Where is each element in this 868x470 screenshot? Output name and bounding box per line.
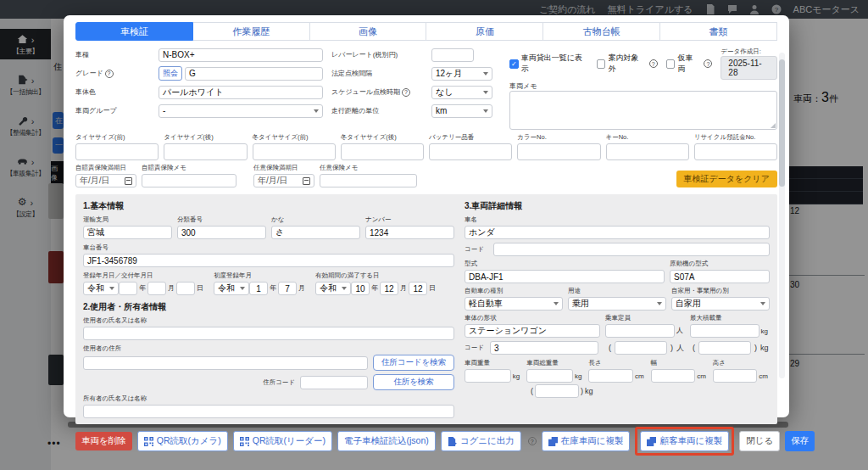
car-name-input[interactable]: ホンダ xyxy=(465,226,770,239)
reg-era-select[interactable]: 令和 xyxy=(83,282,119,295)
tire-rear-input[interactable] xyxy=(164,143,247,160)
capacity-input[interactable] xyxy=(605,324,675,338)
reg-month-input[interactable] xyxy=(147,282,166,295)
distance-unit-select[interactable]: km xyxy=(431,104,492,118)
user-name-label: 使用者の氏名又は名称 xyxy=(83,316,454,325)
schedule-select[interactable]: なし xyxy=(431,86,492,99)
grade-lookup-button[interactable]: 照会 xyxy=(159,66,182,81)
help-icon[interactable] xyxy=(105,70,114,78)
qr-camera-button[interactable]: QR読取(カメラ) xyxy=(137,431,228,451)
inspection-interval-select[interactable]: 12ヶ月 xyxy=(431,67,492,81)
car-model-label: 車種 xyxy=(75,50,159,59)
lever-rate-input[interactable] xyxy=(431,48,474,62)
checkbox-not-for-guidance[interactable]: 案内対象外 xyxy=(597,53,658,75)
nini-memo-input[interactable] xyxy=(320,174,417,187)
capacity-label: 乗車定員 xyxy=(605,314,685,322)
body-color-input[interactable]: パールホワイト xyxy=(159,86,323,99)
engine-model-input[interactable]: S07A xyxy=(670,270,770,283)
reg-year-input[interactable] xyxy=(119,282,137,295)
expiry-day-input[interactable]: 12 xyxy=(409,282,427,295)
address-search-button[interactable]: 住所を検索 xyxy=(373,374,454,390)
class-number-input[interactable]: 300 xyxy=(177,226,266,239)
vehicle-group-select[interactable]: - xyxy=(159,104,323,118)
weight-input[interactable] xyxy=(465,369,511,383)
e-certificate-import-button[interactable]: 電子車検証読込(json) xyxy=(337,431,436,451)
tab-work-history[interactable]: 作業履歴 xyxy=(193,22,310,41)
tab-documents[interactable]: 書類 xyxy=(660,22,777,41)
winter-tire-rear-input[interactable] xyxy=(341,143,424,160)
height-input[interactable] xyxy=(713,369,758,383)
transport-bureau-input[interactable]: 宮城 xyxy=(83,226,172,239)
jibaiseki-memo-label: 自賠責保険メモ xyxy=(142,164,236,172)
distance-unit-label: 走行距離の単位 xyxy=(331,106,431,115)
width-input[interactable] xyxy=(651,369,696,383)
help-icon[interactable] xyxy=(528,437,537,445)
gross-weight-input[interactable] xyxy=(526,369,573,383)
close-button[interactable]: 閉じる xyxy=(739,431,780,451)
engine-model-label: 原動機の型式 xyxy=(670,260,770,268)
first-reg-year-input[interactable]: 1 xyxy=(249,282,268,295)
max-load-input[interactable] xyxy=(690,324,760,338)
owner-name-input[interactable] xyxy=(83,405,454,418)
vehicle-kind-select[interactable]: 軽自動車 xyxy=(465,297,563,311)
expiry-year-input[interactable]: 10 xyxy=(351,282,370,295)
address-code-label: 住所コード xyxy=(263,378,295,387)
winter-tire-front-input[interactable] xyxy=(253,143,336,160)
first-reg-month-input[interactable]: 7 xyxy=(278,282,297,295)
plate-number-input[interactable]: 1234 xyxy=(365,226,454,239)
nini-date-input[interactable]: 年/月/日 xyxy=(253,174,314,187)
gross-weight-alt-input[interactable] xyxy=(535,384,579,398)
vehicle-kind-label: 自動車の種別 xyxy=(465,287,563,295)
checkbox-show-rental-list[interactable]: 車両貸出一覧に表示 xyxy=(509,53,588,75)
grade-input[interactable]: G xyxy=(185,67,323,81)
address-code-input[interactable] xyxy=(300,376,368,389)
max-load-alt-input[interactable] xyxy=(698,341,751,355)
user-name-input[interactable] xyxy=(83,327,454,340)
expiry-month-input[interactable]: 12 xyxy=(380,282,398,295)
owner-name-label: 所有者の氏名又は名称 xyxy=(83,394,454,403)
recycle-deposit-number-input[interactable] xyxy=(694,143,777,160)
help-icon[interactable] xyxy=(402,88,410,97)
car-model-input[interactable]: N-BOX+ xyxy=(159,48,323,62)
capacity-alt-input[interactable] xyxy=(615,341,667,355)
copy-to-customer-button[interactable]: 顧客車両に複製 xyxy=(640,431,729,451)
save-button[interactable]: 保存 xyxy=(785,431,815,451)
car-name-label: 車名 xyxy=(465,215,770,224)
private-business-select[interactable]: 自家用 xyxy=(671,297,770,311)
battery-number-input[interactable] xyxy=(429,143,512,160)
tab-images[interactable]: 画像 xyxy=(310,22,427,41)
tab-antique-ledger[interactable]: 古物台帳 xyxy=(543,22,660,41)
kana-input[interactable]: さ xyxy=(271,226,360,239)
expiry-era-select[interactable]: 令和 xyxy=(315,282,351,295)
delete-vehicle-button[interactable]: 車両を削除 xyxy=(75,432,132,450)
key-number-input[interactable] xyxy=(606,143,689,160)
reg-day-input[interactable] xyxy=(176,282,195,295)
clear-shakensho-data-button[interactable]: 車検証データをクリア xyxy=(676,171,777,187)
shape-code-input[interactable]: 3 xyxy=(490,341,598,355)
modal-scrollbar-thumb[interactable] xyxy=(779,59,785,187)
use-select[interactable]: 乗用 xyxy=(568,297,666,311)
checkbox-temporary-vehicle[interactable]: 仮車両 xyxy=(666,53,713,75)
inspection-interval-label: 法定点検間隔 xyxy=(331,69,431,78)
qr-icon xyxy=(144,437,153,446)
use-label: 用途 xyxy=(568,287,666,295)
tire-front-input[interactable] xyxy=(75,143,159,160)
qr-reader-button[interactable]: QR読取(リーダー) xyxy=(233,431,332,451)
tab-shakensho[interactable]: 車検証 xyxy=(75,22,193,41)
length-input[interactable] xyxy=(588,369,633,383)
vehicle-memo-textarea[interactable] xyxy=(509,91,777,130)
address-code-search-button[interactable]: 住所コードを検索 xyxy=(373,355,454,371)
length-label: 長さ xyxy=(588,359,645,367)
jibaiseki-memo-input[interactable] xyxy=(142,174,236,187)
color-number-input[interactable] xyxy=(517,143,600,160)
tab-cost[interactable]: 原価 xyxy=(426,22,543,41)
jibaiseki-date-input[interactable]: 年/月/日 xyxy=(75,174,136,187)
model-input[interactable]: DBA-JF1 xyxy=(465,270,665,283)
code-input[interactable] xyxy=(493,243,770,256)
first-reg-era-select[interactable]: 令和 xyxy=(214,282,249,295)
chassis-number-input[interactable]: JF1-3456789 xyxy=(83,254,454,267)
copy-to-stock-button[interactable]: 在庫車両に複製 xyxy=(542,431,631,451)
user-address-input[interactable] xyxy=(83,356,368,370)
body-shape-input[interactable]: ステーションワゴン xyxy=(465,324,600,338)
cogni-export-button[interactable]: コグニに出力 xyxy=(441,431,521,451)
